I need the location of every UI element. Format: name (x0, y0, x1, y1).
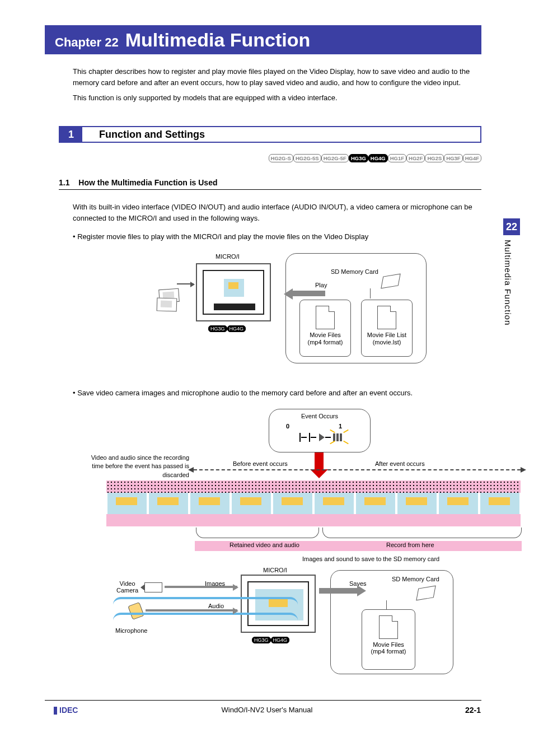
highlight-icon (332, 430, 346, 444)
footer-page-number: 22-1 (465, 706, 481, 715)
model-tag-hg4f: HG4F (463, 154, 481, 162)
side-tab: 22 Multimedia Function (503, 218, 520, 325)
model-tag-hg2f: HG2F (406, 154, 425, 162)
play-label: Play (315, 282, 327, 288)
section-heading-1: 1 Function and Settings (59, 126, 481, 143)
movie-files-box: Movie Files (mp4 format) (299, 300, 351, 357)
movie-files-label: Movie Files (362, 641, 415, 648)
hmi-device-icon (196, 263, 271, 321)
record-label: Record from here (386, 542, 434, 548)
brace-record-icon (322, 528, 522, 538)
movie-files-fmt: (mp4 format) (362, 648, 415, 655)
save-caption: Images and sound to save to the SD memor… (302, 556, 439, 562)
model-tag-hg2g-s: HG2G-S (269, 154, 293, 162)
subsection-heading-1-1: 1.1 How the Multimedia Function is Used (59, 178, 481, 190)
sd-card-icon (381, 274, 401, 289)
one-label: 1 (339, 423, 342, 430)
model-tags: HG2G-SHG2G-5SHG2G-5FHG3GHG4GHG1FHG2FHG2S… (249, 154, 481, 162)
wire-icon (113, 597, 298, 608)
file-icon (316, 306, 335, 329)
bullet-2: • Save video camera images and microphon… (73, 389, 479, 397)
red-arrow-icon (315, 452, 324, 469)
subsection-title: How the Multimedia Function is Used (78, 178, 217, 187)
movie-list-box: Movie File List (movie.lst) (361, 300, 413, 357)
fig2-model-tags: HG3GHG4G (252, 636, 289, 643)
model-tag-hg3g: HG3G (208, 325, 227, 332)
camera-label: Video Camera (116, 580, 138, 594)
section-number: 1 (60, 127, 82, 142)
movie-list-file: (movie.lst) (362, 339, 412, 346)
section-title: Function and Settings (99, 129, 205, 141)
fig1-model-tags: HG3GHG4G (208, 325, 246, 332)
event-title: Event Occurs (269, 413, 370, 419)
model-tag-hg3f: HG3F (444, 154, 462, 162)
bullet-1: • Register movie files to play with the … (73, 232, 479, 241)
arrow-icon (165, 586, 237, 588)
model-tag-hg2g-5s: HG2G-5S (293, 154, 321, 162)
figure-event-record: Event Occurs 0 1 Video and audio since t… (73, 403, 481, 689)
subsection-number: 1.1 (59, 178, 69, 187)
control-bar-icon (214, 304, 255, 310)
video-thumb-icon (224, 279, 244, 297)
fig1-microi-label: MICRO/I (216, 253, 240, 260)
footer-rule (45, 700, 481, 701)
camera-icon (144, 582, 162, 592)
movie-files-fmt: (mp4 format) (300, 339, 350, 346)
sd-label: SD Memory Card (331, 268, 378, 275)
connector-line (370, 288, 371, 298)
figure-play-movies: MICRO/I HG3GHG4G SD Memory Card Play Mov… (157, 246, 437, 370)
side-chapter-title: Multimedia Function (503, 240, 513, 325)
mic-label: Microphone (115, 627, 147, 634)
model-tag-hg4g: HG4G (271, 637, 290, 643)
video-frames-icon (106, 493, 521, 514)
sd-card-group: SD Memory Card Play Movie Files (mp4 for… (285, 253, 427, 363)
audio-strip-top-icon (106, 480, 521, 493)
side-chapter-number: 22 (503, 218, 520, 235)
wire-icon (113, 613, 298, 624)
chapter-header: Chapter 22 Multimedia Function (45, 25, 481, 54)
model-tag-hg1f: HG1F (388, 154, 406, 162)
before-label: Before event occurs (233, 460, 288, 467)
event-box: Event Occurs 0 1 (269, 409, 371, 452)
timeline-axis-icon (194, 469, 521, 470)
after-label: After event occurs (375, 460, 425, 467)
intro-p1: This chapter describes how to register a… (73, 66, 479, 88)
model-tag-hg2g-5f: HG2G-5F (321, 154, 349, 162)
footer-doc-title: WindO/I-NV2 User's Manual (0, 706, 534, 714)
chapter-title: Multimedia Function (125, 25, 311, 54)
model-tag-hg3g: HG3G (252, 637, 271, 643)
retained-label: Retained video and audio (229, 542, 299, 548)
file-icon (379, 615, 398, 639)
fig2-microi-label: MICRO/I (263, 567, 287, 573)
file-icon (377, 306, 396, 329)
model-tag-hg3g: HG3G (349, 154, 368, 162)
brace-retained-icon (196, 528, 319, 538)
model-tag-hg2s: HG2S (425, 154, 444, 162)
body-p1: With its built-in video interface (VIDEO… (73, 202, 479, 223)
intro-p2: This function is only supported by model… (73, 92, 479, 104)
model-tag-hg4g: HG4G (227, 325, 246, 332)
connector-line (386, 600, 387, 609)
chapter-number: Chapter 22 (55, 35, 119, 50)
discard-note: Video and audio since the recording time… (88, 454, 189, 479)
intro-block: This chapter describes how to register a… (73, 66, 479, 104)
movie-list-label: Movie File List (362, 332, 412, 339)
model-tag-hg4g: HG4G (368, 154, 388, 162)
sd-label: SD Memory Card (392, 576, 439, 582)
arrow-icon (146, 609, 237, 612)
movie-files-label: Movie Files (300, 332, 350, 339)
movie-files-box: Movie Files (mp4 format) (362, 609, 415, 670)
photo-icon (157, 297, 177, 311)
saves-arrow-icon (319, 588, 358, 594)
audio-strip-bottom-icon (106, 514, 521, 526)
audio-label: Audio (208, 603, 224, 609)
zero-label: 0 (286, 423, 289, 430)
arrow-icon (177, 283, 194, 284)
play-arrow-icon (292, 291, 325, 296)
